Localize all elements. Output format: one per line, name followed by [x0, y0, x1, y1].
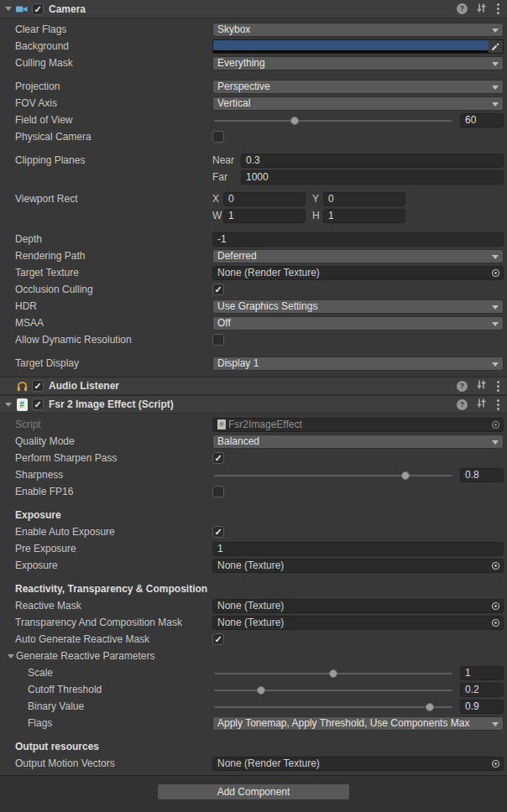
far-input[interactable]: 1000	[241, 170, 504, 185]
clear-flags-dropdown[interactable]: Skybox	[212, 23, 504, 37]
fov-axis-dropdown[interactable]: Vertical	[212, 96, 504, 111]
projection-dropdown[interactable]: Perspective	[212, 80, 504, 94]
target-display-value: Display 1	[217, 357, 259, 369]
near-input[interactable]: 0.3	[241, 154, 504, 168]
flags-dropdown[interactable]: Apply Tonemap, Apply Threshold, Use Comp…	[212, 716, 504, 731]
kebab-menu-icon[interactable]	[495, 3, 501, 14]
viewport-w-input[interactable]: 1	[223, 209, 306, 223]
clipping-planes-label: Clipping Planes	[15, 154, 212, 166]
slider-thumb[interactable]	[329, 669, 337, 678]
binary-value-value: 0.9	[465, 700, 479, 712]
camera-component-title: Camera	[49, 3, 86, 15]
hdr-dropdown[interactable]: Use Graphics Settings	[212, 299, 504, 314]
fsr2-enabled-checkbox[interactable]: ✓	[32, 398, 44, 410]
viewport-h-value: 1	[328, 210, 334, 221]
eyedropper-button[interactable]	[489, 40, 503, 53]
cutoff-threshold-input[interactable]: 0.2	[460, 683, 504, 697]
binary-value-slider[interactable]	[212, 700, 454, 714]
presets-icon[interactable]	[476, 398, 487, 411]
perform-sharpen-pass-checkbox[interactable]: ✓	[212, 452, 224, 464]
sharpness-slider[interactable]	[212, 468, 454, 482]
msaa-value: Off	[217, 317, 231, 329]
presets-icon[interactable]	[476, 379, 487, 393]
object-picker-icon[interactable]	[489, 758, 501, 769]
help-icon[interactable]: ?	[457, 399, 468, 410]
slider-thumb[interactable]	[401, 471, 410, 480]
target-display-dropdown[interactable]: Display 1	[212, 357, 504, 371]
output-motion-vectors-object-field[interactable]: None (Render Texture)	[212, 757, 504, 771]
script-row: Script # Fsr2ImageEffect	[0, 416, 507, 433]
w-axis-label: W	[212, 210, 223, 221]
projection-value: Perspective	[217, 81, 270, 92]
scale-slider[interactable]	[212, 666, 454, 680]
field-of-view-input[interactable]: 60	[460, 113, 504, 128]
near-label: Near	[212, 154, 241, 166]
fov-axis-value: Vertical	[217, 97, 250, 109]
presets-icon[interactable]	[476, 3, 487, 16]
binary-value-row: Binary Value 0.9	[0, 698, 507, 715]
hdr-value: Use Graphics Settings	[217, 300, 317, 312]
exposure-object-field[interactable]: None (Texture)	[212, 559, 504, 573]
viewport-h-input[interactable]: 1	[323, 209, 405, 223]
output-motion-vectors-row: Output Motion Vectors None (Render Textu…	[0, 755, 507, 772]
enable-fp16-checkbox[interactable]	[212, 486, 224, 497]
foldout-arrow-icon[interactable]	[6, 651, 16, 661]
auto-generate-reactive-mask-checkbox[interactable]: ✓	[212, 633, 224, 645]
flags-row: Flags Apply Tonemap, Apply Threshold, Us…	[0, 715, 507, 731]
viewport-y-input[interactable]: 0	[323, 192, 405, 206]
cutoff-threshold-slider[interactable]	[212, 683, 454, 697]
pre-exposure-input[interactable]: 1	[212, 542, 504, 556]
object-picker-icon[interactable]	[489, 419, 501, 430]
slider-thumb[interactable]	[257, 686, 265, 695]
perform-sharpen-pass-label: Perform Sharpen Pass	[15, 452, 212, 464]
audio-listener-enabled-checkbox[interactable]: ✓	[32, 380, 44, 392]
slider-thumb[interactable]	[426, 703, 434, 711]
allow-dynamic-resolution-checkbox[interactable]	[212, 334, 224, 346]
slider-track[interactable]	[214, 475, 452, 476]
field-of-view-slider[interactable]	[212, 113, 454, 128]
x-axis-label: X	[212, 193, 223, 205]
foldout-arrow-icon[interactable]	[3, 4, 13, 14]
viewport-x-value: 0	[228, 193, 234, 205]
script-label: Script	[15, 419, 212, 430]
depth-input[interactable]: -1	[212, 232, 504, 247]
slider-track[interactable]	[214, 120, 452, 122]
quality-mode-dropdown[interactable]: Balanced	[212, 435, 504, 449]
rendering-path-dropdown[interactable]: Deferred	[212, 249, 504, 263]
target-texture-row: Target Texture None (Render Texture)	[0, 264, 507, 281]
allow-dynamic-resolution-row: Allow Dynamic Resolution	[0, 331, 507, 348]
target-texture-object-field[interactable]: None (Render Texture)	[212, 266, 504, 280]
object-picker-icon[interactable]	[489, 560, 501, 571]
binary-value-input[interactable]: 0.9	[460, 700, 504, 714]
reactivity-section-header: Reactivity, Transparency & Composition	[0, 580, 507, 597]
help-icon[interactable]: ?	[457, 381, 468, 392]
object-picker-icon[interactable]	[489, 601, 501, 612]
help-icon[interactable]: ?	[457, 3, 468, 14]
slider-thumb[interactable]	[290, 117, 299, 125]
clipping-planes-near-row: Clipping Planes Near 0.3	[0, 152, 507, 169]
add-component-button[interactable]: Add Component	[157, 783, 350, 800]
scale-row: Scale 1	[0, 664, 507, 681]
viewport-x-input[interactable]: 0	[223, 192, 306, 206]
occlusion-culling-checkbox[interactable]: ✓	[212, 284, 224, 295]
transparency-mask-object-field[interactable]: None (Texture)	[212, 616, 504, 630]
object-picker-icon[interactable]	[489, 617, 501, 628]
scale-input[interactable]: 1	[460, 666, 504, 680]
script-object-field[interactable]: # Fsr2ImageEffect	[212, 418, 504, 432]
enable-auto-exposure-checkbox[interactable]: ✓	[212, 526, 224, 538]
enable-auto-exposure-label: Enable Auto Exposure	[15, 526, 212, 538]
sharpness-input[interactable]: 0.8	[460, 468, 504, 482]
reactive-mask-object-field[interactable]: None (Texture)	[212, 599, 504, 613]
slider-track[interactable]	[214, 690, 452, 691]
msaa-dropdown[interactable]: Off	[212, 316, 504, 331]
physical-camera-checkbox[interactable]	[212, 131, 224, 143]
kebab-menu-icon[interactable]	[495, 381, 501, 392]
slider-track[interactable]	[214, 706, 452, 708]
kebab-menu-icon[interactable]	[495, 399, 501, 410]
background-color-field[interactable]	[212, 39, 504, 54]
culling-mask-dropdown[interactable]: Everything	[212, 56, 504, 70]
object-picker-icon[interactable]	[489, 268, 501, 278]
camera-enabled-checkbox[interactable]: ✓	[32, 3, 44, 15]
background-color-swatch[interactable]	[213, 40, 489, 50]
foldout-arrow-icon[interactable]	[3, 399, 13, 409]
